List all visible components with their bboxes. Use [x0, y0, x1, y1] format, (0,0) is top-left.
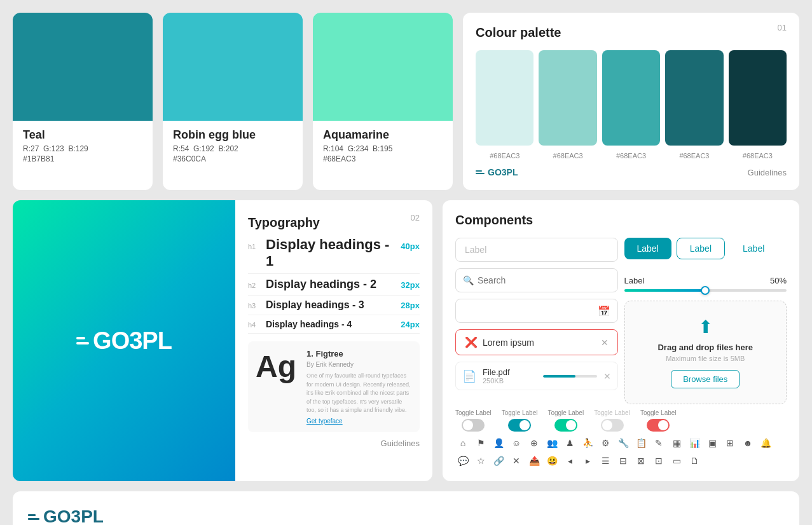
icon-table2: ⊠: [633, 453, 649, 468]
icon-users: 👥: [544, 435, 560, 451]
icon-home: ⌂: [455, 435, 471, 451]
font-sub: By Erik Kennedy: [306, 361, 412, 368]
icon-x: ✕: [509, 453, 524, 468]
icon-gear: ⚙: [598, 435, 613, 451]
file-progress-bar: [543, 375, 597, 378]
upload-icon: ⬆: [635, 317, 776, 338]
dropzone-text: Drag and drop files here: [635, 343, 776, 352]
icon-flag: ⚑: [473, 435, 488, 451]
slider-label: Label: [624, 276, 645, 285]
file-close-icon[interactable]: ✕: [603, 371, 611, 381]
icon-search: ⊕: [526, 435, 542, 451]
toggle-knob-green: [566, 420, 576, 430]
icon-chart: 📊: [687, 435, 702, 451]
typo-row-h4: h4 Display headings - 4 24px: [248, 315, 420, 334]
icon-next: ▸: [580, 453, 595, 468]
browse-files-button[interactable]: Browse files: [671, 370, 740, 388]
robin-swatch: [163, 13, 303, 121]
icon-grid: ▦: [669, 435, 684, 451]
dropzone[interactable]: ⬆ Drag and drop files here Maximum file …: [624, 301, 787, 404]
toggle-switch-disabled: [601, 419, 624, 432]
brand-card: GO3PL STORAGE FORALMOST EVERYTHING go3pl: [13, 491, 799, 525]
icon-emoji: ☺: [509, 435, 524, 451]
component-tabs: Label Label Label: [624, 238, 787, 259]
icon-user: 👤: [491, 435, 506, 451]
teal-name: Teal: [23, 128, 142, 142]
toggle-knob-red: [658, 420, 668, 430]
icon-chat: 💬: [455, 453, 471, 468]
label-input[interactable]: [455, 238, 618, 262]
error-close-icon[interactable]: ✕: [601, 338, 609, 348]
aquamarine-name: Aquamarine: [323, 128, 443, 142]
aquamarine-rgb: R:104 G:234 B:195: [323, 144, 443, 153]
teal-hex: #1B7B81: [23, 154, 142, 163]
font-ag: Ag: [256, 349, 296, 425]
icon-person: ♟: [562, 435, 577, 451]
teal-rgb: R:27 G:123 B:129: [23, 144, 142, 153]
robin-name: Robin egg blue: [173, 128, 292, 142]
file-name: File.pdf: [483, 367, 537, 377]
guidelines-link[interactable]: Guidelines: [748, 168, 787, 177]
slider-track[interactable]: [624, 289, 787, 292]
palette-card: 01 Colour palette #68EAC3 #68EAC3 #68EAC…: [463, 13, 799, 190]
file-icon: 📄: [462, 369, 476, 383]
toggle-knob-disabled: [602, 420, 612, 430]
icon-doc: 🗋: [687, 453, 702, 468]
typography-logo: GO3PL: [76, 327, 172, 355]
search-icon: 🔍: [463, 275, 474, 285]
toggles-row: Toggle Label Toggle Label Toggle Label T…: [455, 409, 787, 432]
search-input[interactable]: [455, 268, 618, 292]
tab-text[interactable]: Label: [730, 238, 777, 259]
components-left: 🔍 📅 ❌ Lorem ipsum ✕ 📄: [455, 238, 618, 404]
typography-logo-bg: GO3PL: [13, 200, 235, 481]
aquamarine-hex: #68EAC3: [323, 154, 443, 163]
font-desc: One of my favourite all-round typefaces …: [306, 372, 412, 415]
toggle-red: Toggle Label: [640, 409, 677, 432]
swatch-3: [602, 50, 660, 146]
icon-window: ▭: [669, 453, 684, 468]
tab-outlined[interactable]: Label: [677, 238, 725, 259]
icon-share: 📤: [526, 453, 542, 468]
toggle-switch-off[interactable]: [462, 419, 485, 432]
typo-guidelines[interactable]: Guidelines: [248, 439, 420, 448]
brand-logo-row: GO3PL: [28, 507, 784, 525]
icons-grid: ⌂ ⚑ 👤 ☺ ⊕ 👥 ♟ ⛹ ⚙ 🔧 📋 ✎ ▦ 📊 ▣ ⊞ ☻ 🔔 💬 ☆ …: [455, 435, 787, 468]
toggle-switch-teal[interactable]: [508, 419, 531, 432]
icon-square: ▣: [705, 435, 720, 451]
icon-face: ☻: [740, 435, 755, 451]
slider-value: 50%: [770, 276, 787, 285]
icon-edit: ✎: [651, 435, 666, 451]
icon-prev: ◂: [562, 453, 577, 468]
toggle-green: Toggle Label: [547, 409, 584, 432]
toggle-switch-green[interactable]: [554, 419, 577, 432]
icon-layout: ⊡: [651, 453, 666, 468]
palette-logo: GO3PL: [476, 167, 518, 177]
icon-clipboard: 📋: [633, 435, 649, 451]
swatch-4: [665, 50, 723, 146]
toggle-knob-teal: [520, 420, 530, 430]
typo-row-h2: h2 Display headings - 2 32px: [248, 274, 420, 296]
color-card-robin: Robin egg blue R:54 G:192 B:202 #36C0CA: [163, 13, 303, 190]
icon-person2: ⛹: [580, 435, 595, 451]
icon-link: 🔗: [491, 453, 506, 468]
toggle-disabled: Toggle Label: [594, 409, 630, 432]
swatch-2: [539, 50, 596, 146]
color-card-aquamarine: Aquamarine R:104 G:234 B:195 #68EAC3: [313, 13, 453, 190]
tab-active[interactable]: Label: [624, 238, 671, 259]
file-progress-fill: [543, 375, 575, 378]
icon-tool: 🔧: [616, 435, 631, 451]
palette-title: Colour palette: [476, 25, 787, 40]
icon-squares: ⊞: [722, 435, 738, 451]
palette-swatches: [476, 50, 787, 146]
slider-thumb[interactable]: [701, 286, 710, 295]
error-input: ❌ Lorem ipsum ✕: [455, 329, 618, 355]
toggle-switch-red[interactable]: [647, 419, 670, 432]
font-link[interactable]: Get typeface: [306, 418, 412, 425]
aquamarine-swatch: [313, 13, 453, 121]
slider-fill: [624, 289, 706, 292]
date-input[interactable]: [455, 299, 618, 323]
palette-number: 01: [778, 23, 787, 32]
search-input-wrap: 🔍: [455, 268, 618, 292]
typography-content: 02 Typography h1 Display headings - 1 40…: [235, 200, 432, 481]
icon-bell: 🔔: [758, 435, 773, 451]
